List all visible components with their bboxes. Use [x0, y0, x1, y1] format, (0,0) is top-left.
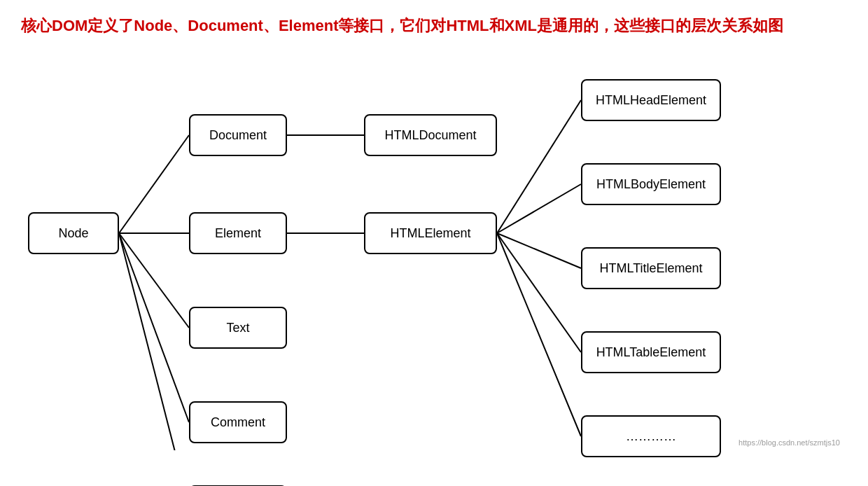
node-htmldocument: HTMLDocument	[364, 114, 497, 156]
diagram-area: Node Document Element Text Comment Attri…	[21, 58, 847, 450]
node-document: Document	[189, 114, 287, 156]
svg-line-11	[497, 233, 581, 436]
svg-line-9	[497, 233, 581, 268]
node-node: Node	[28, 212, 119, 254]
node-htmlheadelement: HTMLHeadElement	[581, 79, 721, 121]
svg-line-10	[497, 233, 581, 352]
node-dots: …………	[581, 415, 721, 457]
svg-line-8	[497, 184, 581, 233]
watermark: https://blog.csdn.net/szmtjs10	[738, 438, 840, 447]
node-htmlelement: HTMLElement	[364, 212, 497, 254]
svg-line-0	[119, 135, 189, 233]
node-text: Text	[189, 307, 287, 349]
node-htmltitleelement: HTMLTitleElement	[581, 247, 721, 289]
page-container: 核心DOM定义了Node、Document、Element等接口，它们对HTML…	[0, 0, 868, 486]
svg-line-2	[119, 233, 189, 328]
node-htmltableelement: HTMLTableElement	[581, 331, 721, 373]
svg-line-3	[119, 233, 189, 422]
node-element: Element	[189, 212, 287, 254]
svg-line-4	[119, 233, 189, 450]
page-title: 核心DOM定义了Node、Document、Element等接口，它们对HTML…	[21, 14, 847, 37]
svg-line-7	[497, 100, 581, 233]
node-comment: Comment	[189, 401, 287, 443]
node-htmlbodyelement: HTMLBodyElement	[581, 163, 721, 205]
